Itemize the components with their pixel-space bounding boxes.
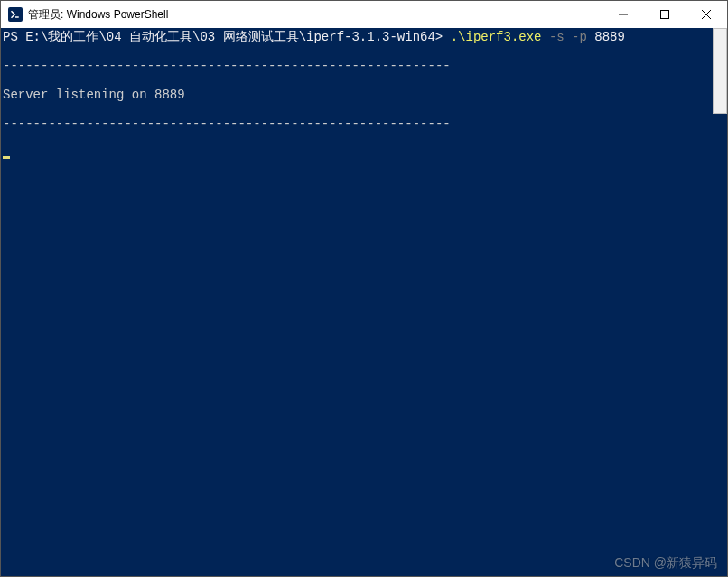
scrollbar-thumb[interactable] bbox=[713, 28, 727, 114]
output-divider-bottom: ----------------------------------------… bbox=[3, 116, 713, 131]
prompt-gt: > bbox=[435, 30, 451, 44]
titlebar[interactable]: 管理员: Windows PowerShell bbox=[1, 1, 727, 28]
window-controls bbox=[602, 1, 727, 28]
window-title: 管理员: Windows PowerShell bbox=[28, 7, 602, 23]
output-listening: Server listening on 8889 bbox=[3, 88, 713, 102]
prompt-ps: PS bbox=[3, 30, 25, 44]
powershell-window: 管理员: Windows PowerShell PS E:\我的工作\04 自动… bbox=[0, 0, 728, 577]
cmd-port: 8889 bbox=[594, 30, 625, 44]
output-divider-top: ----------------------------------------… bbox=[3, 59, 713, 73]
powershell-icon bbox=[8, 7, 23, 22]
terminal-output[interactable]: PS E:\我的工作\04 自动化工具\03 网络测试工具\iperf-3.1.… bbox=[1, 28, 713, 576]
prompt-path: E:\我的工作\04 自动化工具\03 网络测试工具\iperf-3.1.3-w… bbox=[25, 30, 435, 44]
vertical-scrollbar[interactable] bbox=[713, 28, 727, 576]
svg-rect-0 bbox=[661, 11, 669, 19]
cmd-executable: .\iperf3.exe bbox=[451, 30, 542, 44]
cursor bbox=[3, 156, 10, 159]
maximize-button[interactable] bbox=[644, 1, 686, 28]
cmd-flags: -s -p bbox=[542, 30, 595, 44]
close-button[interactable] bbox=[686, 1, 727, 28]
minimize-button[interactable] bbox=[602, 1, 644, 28]
terminal-container: PS E:\我的工作\04 自动化工具\03 网络测试工具\iperf-3.1.… bbox=[1, 28, 727, 576]
